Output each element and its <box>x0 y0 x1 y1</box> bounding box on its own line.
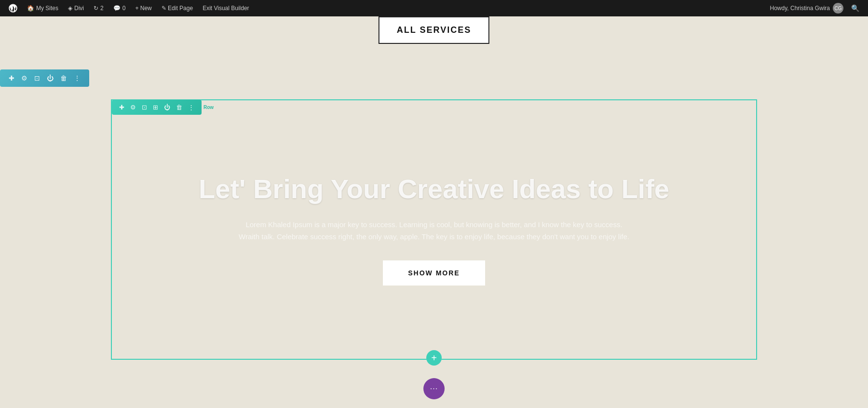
row-delete-icon[interactable]: 🗑 <box>57 72 70 84</box>
row-duplicate-icon[interactable]: ⊡ <box>31 72 43 84</box>
updates-count: 2 <box>100 5 104 12</box>
section-label: Row <box>203 105 214 110</box>
new-menu[interactable]: + New <box>131 3 155 14</box>
comments-menu[interactable]: 💬 0 <box>109 3 130 14</box>
section-add-icon[interactable]: ✚ <box>117 102 127 112</box>
all-services-label: ALL SERVICES <box>397 25 471 35</box>
section-duplicate-icon[interactable]: ⊡ <box>139 102 149 112</box>
updates-menu[interactable]: ↻ 2 <box>90 3 108 14</box>
new-label: + New <box>135 5 151 12</box>
admin-bar-right: Howdy, Christina Gwira CG 🔍 <box>770 2 863 14</box>
my-sites-label: My Sites <box>36 5 58 12</box>
main-paragraph: Lorem Khaled Ipsum is a major key to suc… <box>236 218 632 243</box>
section-toolbar: ✚ ⚙ ⊡ ⊞ ⏻ 🗑 ⋮ Row <box>112 100 214 115</box>
row-disable-icon[interactable]: ⏻ <box>44 72 56 84</box>
add-row-button[interactable]: + <box>426 350 442 366</box>
show-more-button[interactable]: SHOW MORE <box>383 260 485 286</box>
row-settings-icon[interactable]: ⚙ <box>18 72 30 84</box>
my-sites-menu[interactable]: 🏠 My Sites <box>23 3 62 14</box>
show-more-label: SHOW MORE <box>408 269 460 277</box>
updates-icon: ↻ <box>94 5 98 12</box>
add-row-icon: + <box>431 353 437 364</box>
row-more-icon[interactable]: ⋮ <box>71 72 83 84</box>
section-delete-icon[interactable]: 🗑 <box>174 102 185 112</box>
user-greeting: Howdy, Christina Gwira <box>770 5 830 12</box>
comments-count: 0 <box>122 5 126 12</box>
edit-page-label: ✎ Edit Page <box>162 5 193 12</box>
comments-icon: 💬 <box>113 5 121 12</box>
row-add-icon[interactable]: ✚ <box>6 72 17 84</box>
purple-dots-button[interactable]: ··· <box>423 378 445 399</box>
section-toolbar-bar: ✚ ⚙ ⊡ ⊞ ⏻ 🗑 ⋮ <box>112 100 202 115</box>
edit-page-menu[interactable]: ✎ Edit Page <box>158 3 197 14</box>
row-toolbar-bar: ✚ ⚙ ⊡ ⏻ 🗑 ⋮ <box>0 69 89 87</box>
exit-vb-menu[interactable]: Exit Visual Builder <box>199 3 253 14</box>
my-sites-icon: 🏠 <box>27 5 34 12</box>
avatar: CG <box>833 3 843 14</box>
wordpress-icon[interactable] <box>5 2 21 14</box>
section-settings-icon[interactable]: ⚙ <box>128 102 138 112</box>
user-menu[interactable]: Howdy, Christina Gwira CG <box>770 3 843 14</box>
exit-vb-label: Exit Visual Builder <box>203 5 249 12</box>
page-content: ALL SERVICES ✚ ⚙ ⊡ ⏻ 🗑 ⋮ ✚ ⚙ ⊡ ⊞ ⏻ 🗑 ⋮ R… <box>0 16 868 408</box>
divi-menu[interactable]: ◈ Divi <box>64 3 88 14</box>
section-disable-icon[interactable]: ⏻ <box>162 102 173 112</box>
section-more-icon[interactable]: ⋮ <box>186 102 197 112</box>
main-heading: Let' Bring Your Creative Ideas to Life <box>199 174 669 204</box>
search-icon[interactable]: 🔍 <box>847 2 863 14</box>
row-toolbar: ✚ ⚙ ⊡ ⏻ 🗑 ⋮ <box>0 69 89 87</box>
section-columns-icon[interactable]: ⊞ <box>150 102 161 112</box>
purple-dots-icon: ··· <box>430 384 438 393</box>
admin-bar: 🏠 My Sites ◈ Divi ↻ 2 💬 0 + New ✎ Edit P… <box>0 0 868 16</box>
all-services-button[interactable]: ALL SERVICES <box>379 16 489 44</box>
divi-label: Divi <box>74 5 84 12</box>
divi-icon: ◈ <box>68 5 72 12</box>
main-section: Let' Bring Your Creative Ideas to Life L… <box>111 99 757 360</box>
